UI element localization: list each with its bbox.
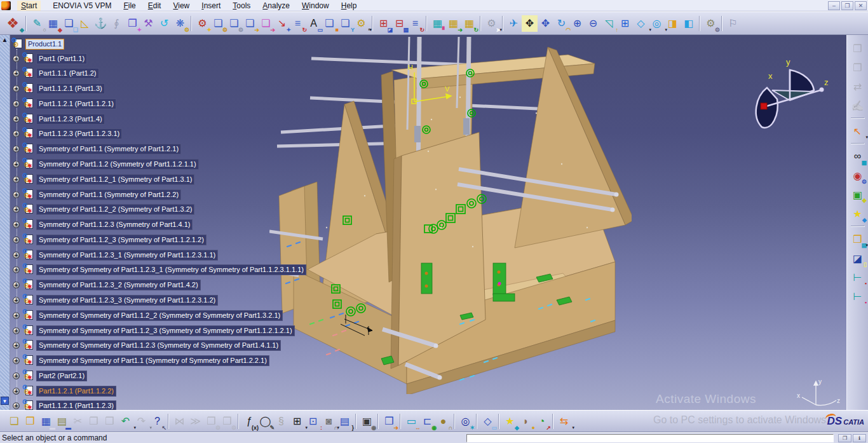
- set-square-icon[interactable]: ◺: [77, 15, 93, 32]
- expand-plus-icon[interactable]: +: [13, 402, 20, 409]
- expand-plus-icon[interactable]: +: [13, 116, 20, 123]
- tree-item-label[interactable]: Symmetry of Part1.1 (Symmetry of Part1.2…: [36, 144, 181, 154]
- save-refresh-icon[interactable]: ▦↻: [461, 15, 477, 32]
- normal-view-icon[interactable]: ◹↑: [601, 15, 617, 32]
- rotate-icon[interactable]: ↻◠: [553, 15, 569, 32]
- tree-item[interactable]: +⚙⚙✱Part1.1.2.1 (Part1.3): [13, 83, 105, 95]
- expand-plus-icon[interactable]: +: [13, 55, 20, 62]
- doc-arrow-icon[interactable]: ❏➔: [242, 15, 258, 32]
- save-arrow-icon[interactable]: ▦➔: [445, 15, 461, 32]
- tree-item-label[interactable]: Symmetry of Part1.1.2 (Symmetry of Part1…: [36, 159, 199, 170]
- scroll-up-arrow[interactable]: ▲: [1, 36, 9, 44]
- dropdown-arrow-icon[interactable]: ▾: [865, 135, 868, 140]
- tree-item[interactable]: +⚙⚙✱Part1.1.2.3 (Part1.4): [13, 112, 105, 125]
- update-doc-icon[interactable]: ❒: [850, 40, 865, 57]
- tree-item[interactable]: +⚙⚙✱Part1 (Part1.1): [13, 52, 87, 65]
- measure-item-icon[interactable]: ⊏◉: [419, 413, 435, 430]
- print-icon[interactable]: ▤▬: [54, 413, 70, 430]
- zoom-out-icon[interactable]: ⊖: [585, 15, 601, 32]
- tree-item-label[interactable]: Symmetry of Symmetry of Part1.1.2_2 (Sym…: [36, 310, 283, 321]
- save-teal-icon[interactable]: ▦▘: [430, 15, 445, 32]
- workbench-assembly-icon[interactable]: ❖◆: [3, 15, 23, 32]
- panel-door-icon[interactable]: ◪▯: [850, 250, 865, 266]
- tree-item[interactable]: +⚙⚙✱Symmetry of Part1.1.2.3 (Symmetry of…: [13, 219, 193, 231]
- tree-item-label[interactable]: Symmetry of Part1.1.2.3_2 (Symmetry of P…: [36, 280, 201, 290]
- window-brush-icon[interactable]: ❐✦: [125, 15, 140, 32]
- tree-item[interactable]: +⚙⚙✱Symmetry of Symmetry of Part1.1.2.3_…: [13, 264, 306, 276]
- list-update-icon[interactable]: ≡↻: [407, 15, 423, 32]
- expand-plus-icon[interactable]: +: [13, 236, 20, 243]
- render-style-icon[interactable]: ◎▾: [649, 15, 665, 32]
- doc-arrow-pink-icon[interactable]: ❏➔: [258, 15, 274, 32]
- menu-edit[interactable]: Edit: [148, 1, 161, 10]
- gear-cursor-icon[interactable]: ⚙➤▾: [484, 15, 499, 32]
- tree-branch-pink-icon[interactable]: ⊢▪: [850, 288, 865, 304]
- expand-plus-icon[interactable]: +: [13, 297, 20, 304]
- expand-plus-icon[interactable]: +: [13, 357, 20, 364]
- component-shapes-icon[interactable]: ❏❏: [61, 15, 77, 32]
- tree-branch-icon[interactable]: ⊢▪: [850, 269, 865, 285]
- expand-plus-icon[interactable]: +: [13, 266, 20, 273]
- gear-exponent-icon[interactable]: ⚙ⁿ▾: [353, 15, 369, 32]
- paste-icon[interactable]: ❒: [102, 413, 118, 430]
- tree-item-label[interactable]: Symmetry of Part1.1.2_1 (Symmetry of Par…: [36, 174, 194, 185]
- doc-gear-grey-icon[interactable]: ❏⚙: [226, 15, 242, 32]
- expand-plus-icon[interactable]: +: [13, 282, 20, 289]
- tree-item-label[interactable]: Part1.1.2.1 (Part1.1.2.2): [36, 386, 116, 397]
- hide-show-icon[interactable]: ◨: [665, 15, 681, 32]
- comment-icon[interactable]: ◯✎: [257, 413, 273, 430]
- expand-plus-icon[interactable]: +: [13, 146, 20, 153]
- open-box-icon[interactable]: ❒▤▾: [850, 231, 865, 247]
- iso-view-icon[interactable]: ◇▾: [633, 15, 649, 32]
- fix-anchor-icon[interactable]: ⚓: [93, 15, 109, 32]
- app-icon[interactable]: [1, 1, 11, 10]
- expand-plus-icon[interactable]: +: [13, 161, 20, 168]
- tree-item-label[interactable]: Symmetry of Symmetry of Part1.1.2.3 (Sym…: [36, 340, 281, 351]
- table-icon[interactable]: ⊞▾: [289, 413, 305, 430]
- info-button[interactable]: ℹ: [853, 434, 866, 442]
- minimize-button[interactable]: –: [828, 1, 840, 10]
- tree-item[interactable]: +⚙⚙✱Symmetry of Symmetry of Part1.1.2.3 …: [13, 339, 281, 352]
- tree-item-label[interactable]: Symmetry of Part1.1.2_2 (Symmetry of Par…: [36, 204, 194, 215]
- new-doc-icon[interactable]: ❏: [6, 413, 22, 430]
- glasses-box-icon[interactable]: ∞▦: [850, 148, 865, 165]
- zoom-in-icon[interactable]: ⊕: [569, 15, 585, 32]
- expand-plus-icon[interactable]: +: [13, 327, 20, 334]
- tree-item-label[interactable]: Part1.1.2.3 (Part1.4): [36, 114, 105, 125]
- select-cursor-icon[interactable]: ↖▾: [850, 123, 865, 139]
- tree-item-label[interactable]: Symmetry of Symmetry of Part1.1 (Symmetr…: [36, 355, 269, 366]
- tree-item[interactable]: +⚙⚙✱Symmetry of Symmetry of Part1.1 (Sym…: [13, 355, 269, 367]
- copy-ref2-icon[interactable]: ❐⚙: [219, 413, 235, 430]
- swap-visible-icon[interactable]: ◧: [681, 15, 696, 32]
- tree-item[interactable]: +⚙⚙✱Symmetry of Part1.1.2.3_3 (Symmetry …: [13, 294, 218, 306]
- close-button[interactable]: ✕: [855, 1, 867, 10]
- expand-plus-icon[interactable]: +: [13, 176, 20, 183]
- menu-enovia-v5-vpm[interactable]: ENOVIA V5 VPM: [53, 1, 111, 10]
- catalog-book-icon[interactable]: ◇▭: [480, 413, 496, 430]
- camera-icon[interactable]: ▣◉: [359, 413, 375, 430]
- render-star-icon[interactable]: ★◆: [502, 413, 518, 430]
- fast-forward-icon[interactable]: ≫: [187, 413, 203, 430]
- pan-icon[interactable]: ✥: [538, 15, 553, 32]
- tree-item-label[interactable]: Part1.1.2.1 (Part1.3): [36, 83, 105, 94]
- menu-start[interactable]: Start: [17, 1, 41, 11]
- box-doc-icon[interactable]: ❏■: [322, 15, 337, 32]
- restore-button[interactable]: ❐: [841, 1, 853, 10]
- palette-icon[interactable]: ◗●: [518, 413, 534, 430]
- expand-plus-icon[interactable]: +: [13, 312, 20, 319]
- expand-plus-icon[interactable]: +: [13, 85, 20, 92]
- expand-plus-icon[interactable]: +: [13, 252, 20, 259]
- tree-item[interactable]: +⚙⚙✱Symmetry of Part1.1.2 (Symmetry of P…: [13, 158, 199, 170]
- tree-item-label[interactable]: Part1.1.1 (Part1.2): [36, 68, 99, 79]
- quad-view-icon[interactable]: ⊞: [617, 15, 633, 32]
- filter-doc-icon[interactable]: ❏Y: [337, 15, 353, 32]
- tree-item-label[interactable]: Part1.1.2.1 (Part1.1.2.3): [36, 400, 116, 410]
- tree-item[interactable]: +⚙⚙✱Part2 (Part2.1): [13, 369, 87, 382]
- tree-item-label[interactable]: Part1 (Part1.1): [36, 53, 87, 64]
- grey-gears-icon[interactable]: ⚙⚙: [703, 15, 719, 32]
- menu-view[interactable]: View: [173, 1, 189, 10]
- doc-gear-icon[interactable]: ❏⚙: [210, 15, 226, 32]
- menu-insert[interactable]: Insert: [201, 1, 220, 10]
- fit-all-icon[interactable]: ✥: [522, 15, 538, 32]
- menu-analyze[interactable]: Analyze: [262, 1, 290, 10]
